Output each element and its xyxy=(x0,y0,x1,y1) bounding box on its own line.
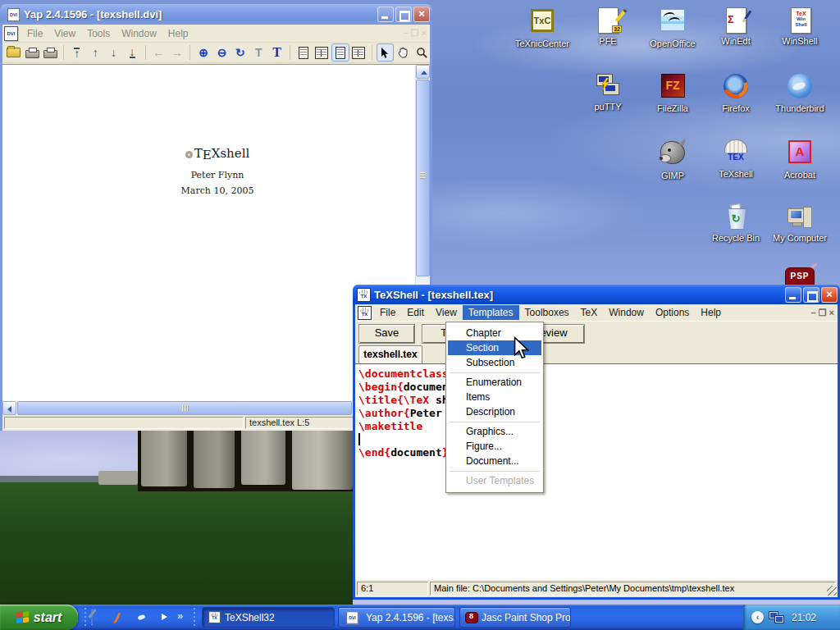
menu-help[interactable]: Help xyxy=(695,305,727,320)
yap-close-button[interactable]: × xyxy=(413,7,430,22)
zoom-out-icon[interactable]: ⊖ xyxy=(214,44,230,61)
menu-options[interactable]: Options xyxy=(650,305,695,320)
desktop-icon-winshell[interactable]: TeXWinShell WinShell xyxy=(769,7,831,46)
desktop-icon-texniccenter[interactable]: TxC TeXnicCenter xyxy=(511,7,573,48)
openoffice-icon xyxy=(660,9,685,31)
last-page-icon[interactable]: ↓ xyxy=(124,44,139,61)
menu-edit[interactable]: Edit xyxy=(401,305,430,320)
previous-page-icon[interactable]: ↑ xyxy=(88,44,103,61)
mouse-cursor xyxy=(514,336,529,363)
quick-launch-overflow-chevron[interactable]: » xyxy=(177,609,183,622)
start-button[interactable]: start xyxy=(0,605,78,630)
zoom-in-icon[interactable]: ⊕ xyxy=(195,44,211,61)
ruler-tool-icon[interactable]: T xyxy=(251,44,267,61)
texshell-menubar: TX File Edit View Templates Toolboxes Te… xyxy=(355,304,838,321)
open-file-icon[interactable] xyxy=(6,44,21,61)
yap-titlebar[interactable]: DVI Yap 2.4.1596 - [texshell.dvi] × xyxy=(0,4,432,25)
editor-line: \maketitle xyxy=(358,420,422,433)
desktop-icon-label: GIMP xyxy=(641,171,704,180)
psp-icon: PSP xyxy=(785,267,815,285)
texshell-close-button[interactable]: × xyxy=(821,287,838,303)
network-status-icon[interactable] xyxy=(769,611,785,624)
texshell-minimize-button[interactable] xyxy=(785,287,801,303)
yap-menu-view[interactable]: View xyxy=(48,26,81,41)
menu-item-document[interactable]: Document... xyxy=(448,454,541,468)
desktop-icon-filezilla[interactable]: FZ FileZilla xyxy=(641,72,704,113)
menu-item-description[interactable]: Description xyxy=(448,404,541,419)
continuous-double-view-icon[interactable] xyxy=(351,44,367,61)
mdi-restore-icon[interactable]: ❐ xyxy=(411,28,419,39)
menu-toolboxes[interactable]: Toolboxes xyxy=(519,305,575,320)
desktop-icon-texshell[interactable]: TEX TeXshell xyxy=(705,138,767,179)
texniccenter-icon: TxC xyxy=(531,9,554,32)
menu-templates[interactable]: Templates xyxy=(463,305,519,320)
filezilla-icon: FZ xyxy=(661,74,685,98)
menu-item-enumeration[interactable]: Enumeration xyxy=(448,375,541,390)
texshell-maximize-button[interactable] xyxy=(803,287,819,303)
putty-icon xyxy=(594,72,622,100)
desktop-icon-putty[interactable]: puTTY xyxy=(577,72,639,112)
tab-texshell-tex[interactable]: texshell.tex xyxy=(358,345,422,364)
task-button-paintshoppro[interactable]: Jasc Paint Shop Pro xyxy=(459,607,571,628)
yap-minimize-button[interactable] xyxy=(377,7,394,22)
single-page-view-icon[interactable] xyxy=(295,44,311,61)
mdi-restore-icon[interactable]: ❐ xyxy=(819,308,827,318)
menu-view[interactable]: View xyxy=(430,305,463,320)
yap-menu-window[interactable]: Window xyxy=(116,26,162,41)
menu-file[interactable]: File xyxy=(374,305,401,320)
continuous-view-icon[interactable] xyxy=(332,44,348,61)
mdi-minimize-icon[interactable]: – xyxy=(811,308,816,318)
tray-collapse-chevron-icon[interactable]: ‹ xyxy=(751,611,764,623)
next-page-icon[interactable]: ↓ xyxy=(106,44,121,61)
first-page-icon[interactable]: ↑ xyxy=(69,44,84,61)
forward-icon[interactable]: → xyxy=(169,44,185,61)
menu-tex[interactable]: TeX xyxy=(575,305,604,320)
double-page-view-icon[interactable] xyxy=(314,44,330,61)
task-button-texshell32[interactable]: TX TeXShell32 xyxy=(202,607,335,628)
pointer-tool-icon[interactable] xyxy=(377,44,393,61)
desktop-icon-label: WinEdt xyxy=(705,36,767,46)
desktop-icon-thunderbird[interactable]: Thunderbird xyxy=(769,72,831,113)
mdi-close-icon[interactable]: × xyxy=(422,28,427,39)
menu-item-user-templates[interactable]: User Templates xyxy=(448,473,541,488)
recycle-bin-icon: ↻ xyxy=(722,203,750,231)
back-icon[interactable]: ← xyxy=(151,44,167,61)
menu-window[interactable]: Window xyxy=(603,305,650,320)
print-icon[interactable] xyxy=(24,44,39,61)
resize-grip[interactable] xyxy=(827,586,837,596)
desktop-icon-winedt[interactable]: Σ WinEdt xyxy=(705,7,767,46)
yap-maximize-button[interactable] xyxy=(395,7,412,22)
text-tool-icon[interactable]: T xyxy=(269,44,285,61)
menu-item-figure[interactable]: Figure... xyxy=(448,439,541,454)
desktop-icon-label: WinShell xyxy=(769,36,831,46)
menu-item-graphics[interactable]: Graphics... xyxy=(448,424,541,439)
yap-menu-help[interactable]: Help xyxy=(162,26,194,41)
scroll-up-button[interactable] xyxy=(416,65,430,79)
mdi-minimize-icon[interactable]: – xyxy=(404,28,409,39)
scroll-left-button[interactable] xyxy=(2,401,16,415)
desktop-icon-pfe[interactable]: 32 PFE xyxy=(577,7,639,46)
task-button-yap[interactable]: DVI Yap 2.4.1596 - [texs... xyxy=(338,607,455,628)
latex-editor[interactable]: \documentclass{ \begin{document} \title{… xyxy=(355,363,838,581)
desktop-icon-firefox[interactable]: Firefox xyxy=(705,72,767,113)
texshell-titlebar[interactable]: TX TeXShell - [texshell.tex] × xyxy=(353,285,840,304)
hand-tool-icon[interactable] xyxy=(395,44,411,61)
quick-launch-show-desktop-icon[interactable] xyxy=(91,609,93,625)
vertical-scroll-thumb[interactable] xyxy=(416,80,430,276)
desktop-icon-my-computer[interactable]: My Computer xyxy=(769,203,831,243)
menu-item-items[interactable]: Items xyxy=(448,390,541,404)
yap-menu-file[interactable]: File xyxy=(21,26,48,41)
mdi-close-icon[interactable]: × xyxy=(829,308,834,318)
desktop-icon-gimp[interactable]: GIMP xyxy=(641,138,704,180)
magnifier-tool-icon[interactable] xyxy=(414,44,430,61)
horizontal-scroll-thumb[interactable] xyxy=(17,401,352,415)
desktop-icon-openoffice[interactable]: OpenOffice xyxy=(641,7,704,48)
save-button[interactable]: Save xyxy=(358,324,415,344)
stonehenge-stone xyxy=(292,431,353,490)
refresh-icon[interactable]: ↻ xyxy=(232,44,248,61)
desktop-icon-recycle-bin[interactable]: ↻ Recycle Bin xyxy=(705,203,767,243)
desktop-icon-acrobat[interactable]: A Acrobat xyxy=(769,138,831,180)
print-setup-icon[interactable] xyxy=(43,44,58,61)
yap-menu-tools[interactable]: Tools xyxy=(81,26,116,41)
gimp-icon xyxy=(660,141,685,164)
